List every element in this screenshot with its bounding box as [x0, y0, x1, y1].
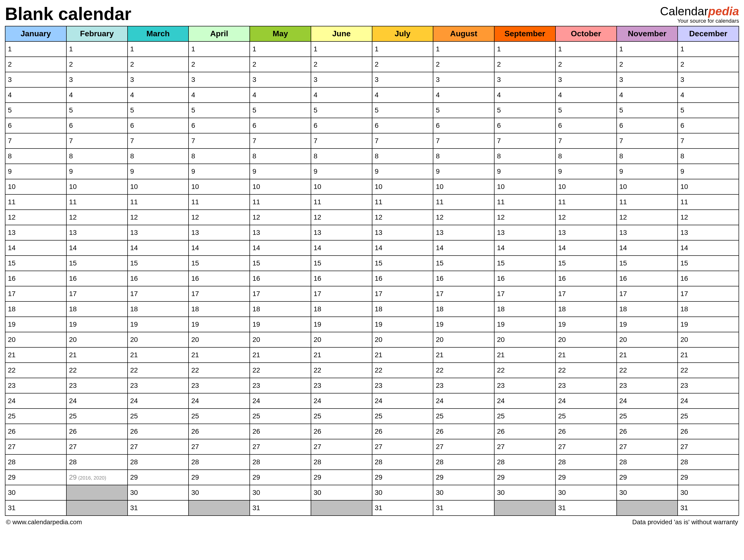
day-cell: 29 [250, 470, 311, 485]
day-cell: 13 [311, 225, 372, 240]
day-cell: 29 [189, 470, 250, 485]
day-cell: 16 [494, 271, 555, 286]
day-cell: 19 [250, 317, 311, 332]
day-cell: 4 [494, 87, 555, 103]
day-cell: 8 [678, 149, 739, 164]
day-cell: 29 [555, 470, 617, 485]
day-cell: 29 [678, 470, 739, 485]
day-cell: 29 [5, 470, 66, 485]
day-cell: 22 [555, 363, 617, 378]
day-cell: 20 [678, 332, 739, 347]
day-row: 888888888888 [5, 149, 739, 164]
day-cell: 12 [250, 210, 311, 225]
day-cell: 4 [250, 87, 311, 103]
day-cell: 6 [494, 118, 555, 133]
day-cell: 13 [5, 225, 66, 240]
day-cell: 9 [678, 164, 739, 179]
day-cell: 23 [494, 378, 555, 393]
day-cell: 27 [66, 439, 127, 454]
day-cell: 2 [5, 57, 66, 72]
day-cell: 26 [433, 424, 494, 439]
day-cell: 27 [433, 439, 494, 454]
day-cell: 12 [617, 210, 678, 225]
day-cell: 6 [617, 118, 678, 133]
day-row: 202020202020202020202020 [5, 332, 739, 347]
day-cell: 13 [250, 225, 311, 240]
day-cell: 28 [127, 454, 189, 470]
day-cell: 17 [66, 286, 127, 301]
day-cell: 27 [189, 439, 250, 454]
day-row: 141414141414141414141414 [5, 240, 739, 256]
day-cell: 14 [5, 240, 66, 256]
day-cell: 24 [66, 393, 127, 409]
day-cell: 12 [555, 210, 617, 225]
day-cell: 6 [555, 118, 617, 133]
day-cell: 31 [5, 500, 66, 516]
day-cell: 26 [678, 424, 739, 439]
day-row: 161616161616161616161616 [5, 271, 739, 286]
day-cell: 15 [311, 256, 372, 271]
day-cell: 7 [5, 133, 66, 149]
day-cell: 4 [311, 87, 372, 103]
day-cell: 23 [5, 378, 66, 393]
day-cell: 7 [617, 133, 678, 149]
day-cell: 3 [555, 72, 617, 87]
day-cell: 23 [311, 378, 372, 393]
day-row: 121212121212121212121212 [5, 210, 739, 225]
day-cell: 9 [433, 164, 494, 179]
day-cell: 23 [189, 378, 250, 393]
day-cell: 2 [250, 57, 311, 72]
day-cell: 24 [433, 393, 494, 409]
logo: Calendarpedia Your source for calendars [660, 5, 739, 24]
logo-part1: Calendar [660, 5, 708, 18]
day-cell: 9 [311, 164, 372, 179]
day-cell: 17 [311, 286, 372, 301]
day-cell: 13 [617, 225, 678, 240]
day-cell: 1 [311, 41, 372, 57]
day-cell: 6 [127, 118, 189, 133]
day-cell: 3 [127, 72, 189, 87]
day-row: 171717171717171717171717 [5, 286, 739, 301]
day-cell: 13 [678, 225, 739, 240]
day-cell: 11 [250, 194, 311, 210]
day-row: 31313131313131 [5, 500, 739, 516]
day-cell: 1 [617, 41, 678, 57]
day-cell: 8 [5, 149, 66, 164]
day-cell: 9 [5, 164, 66, 179]
day-cell: 18 [617, 301, 678, 317]
day-row: 282828282828282828282828 [5, 454, 739, 470]
day-row: 222222222222 [5, 57, 739, 72]
day-cell: 2 [617, 57, 678, 72]
month-header-august: August [433, 26, 494, 41]
day-cell: 5 [66, 103, 127, 118]
day-cell: 1 [678, 41, 739, 57]
day-cell: 2 [433, 57, 494, 72]
day-cell: 29 [372, 470, 433, 485]
month-header-july: July [372, 26, 433, 41]
day-cell: 27 [311, 439, 372, 454]
day-cell: 6 [66, 118, 127, 133]
day-cell: 8 [250, 149, 311, 164]
day-row: 151515151515151515151515 [5, 256, 739, 271]
month-header-october: October [555, 26, 617, 41]
day-cell: 8 [555, 149, 617, 164]
day-cell: 7 [189, 133, 250, 149]
day-cell: 27 [617, 439, 678, 454]
day-cell: 24 [678, 393, 739, 409]
day-cell: 26 [555, 424, 617, 439]
day-cell: 15 [5, 256, 66, 271]
day-cell: 2 [66, 57, 127, 72]
day-cell: 19 [127, 317, 189, 332]
day-cell: 10 [311, 179, 372, 194]
day-cell: 15 [555, 256, 617, 271]
day-cell: 18 [127, 301, 189, 317]
day-cell: 21 [433, 347, 494, 363]
day-cell: 2 [372, 57, 433, 72]
day-cell: 30 [372, 485, 433, 500]
day-cell: 15 [678, 256, 739, 271]
day-row: 101010101010101010101010 [5, 179, 739, 194]
day-cell: 6 [372, 118, 433, 133]
day-cell: 1 [127, 41, 189, 57]
day-cell: 4 [433, 87, 494, 103]
month-header-december: December [678, 26, 739, 41]
